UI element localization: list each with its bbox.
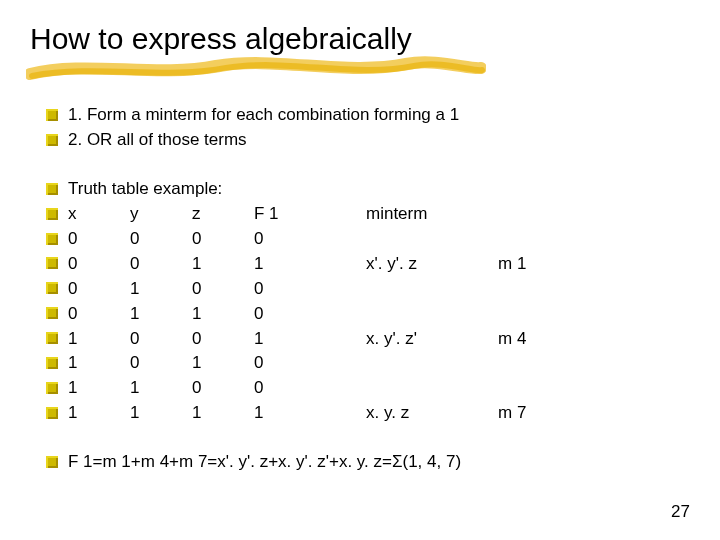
intro-list: 1. Form a minterm for each combination f… — [44, 104, 690, 152]
cell-y: 0 — [130, 253, 192, 276]
cell-z: 0 — [192, 377, 254, 400]
col-y: y — [130, 203, 192, 226]
cell-mt — [366, 377, 498, 400]
slide-title: How to express algebraically — [30, 22, 690, 56]
table-row: 0 1 1 0 — [44, 303, 690, 326]
slide-root: How to express algebraically 1. Form a m… — [0, 0, 720, 540]
cell-mt — [366, 228, 498, 251]
cell-x: 1 — [68, 377, 130, 400]
cell-x: 1 — [68, 328, 130, 351]
cell-f1: 1 — [254, 402, 366, 425]
cell-f1: 1 — [254, 328, 366, 351]
table-row: 0 0 1 1 x'. y'. z m 1 — [44, 253, 690, 276]
truth-table-header: Truth table example: — [44, 178, 690, 201]
cell-z: 1 — [192, 402, 254, 425]
col-f1: F 1 — [254, 203, 366, 226]
cell-z: 0 — [192, 278, 254, 301]
title-underline-decoration — [26, 56, 690, 84]
cell-mi — [498, 377, 568, 400]
table-row: 0 1 0 0 — [44, 278, 690, 301]
cell-y: 0 — [130, 228, 192, 251]
cell-x: 0 — [68, 253, 130, 276]
col-minterm: minterm — [366, 203, 498, 226]
cell-x: 0 — [68, 303, 130, 326]
slide-body: 1. Form a minterm for each combination f… — [30, 104, 690, 474]
cell-z: 1 — [192, 352, 254, 375]
cell-y: 0 — [130, 328, 192, 351]
cell-mt — [366, 278, 498, 301]
cell-mi — [498, 352, 568, 375]
cell-mt — [366, 303, 498, 326]
cell-mi — [498, 303, 568, 326]
cell-f1: 0 — [254, 303, 366, 326]
table-row: 1 1 1 1 x. y. z m 7 — [44, 402, 690, 425]
cell-y: 0 — [130, 352, 192, 375]
table-row: 1 1 0 0 — [44, 377, 690, 400]
cell-mi: m 7 — [498, 402, 568, 425]
cell-f1: 1 — [254, 253, 366, 276]
cell-f1: 0 — [254, 352, 366, 375]
cell-f1: 0 — [254, 278, 366, 301]
cell-f1: 0 — [254, 228, 366, 251]
cell-z: 1 — [192, 253, 254, 276]
table-row: 0 0 0 0 — [44, 228, 690, 251]
cell-x: 1 — [68, 352, 130, 375]
table-row: 1 0 1 0 — [44, 352, 690, 375]
cell-mt — [366, 352, 498, 375]
cell-mi: m 1 — [498, 253, 568, 276]
cell-mi: m 4 — [498, 328, 568, 351]
intro-item-2: 2. OR all of those terms — [44, 129, 690, 152]
cell-y: 1 — [130, 402, 192, 425]
cell-y: 1 — [130, 303, 192, 326]
cell-mi — [498, 228, 568, 251]
col-mi — [498, 203, 568, 226]
cell-x: 1 — [68, 402, 130, 425]
cell-z: 0 — [192, 328, 254, 351]
cell-y: 1 — [130, 377, 192, 400]
truth-table-list: Truth table example: x y z F 1 minterm 0… — [44, 178, 690, 425]
cell-z: 0 — [192, 228, 254, 251]
page-number: 27 — [671, 502, 690, 522]
intro-item-1: 1. Form a minterm for each combination f… — [44, 104, 690, 127]
col-z: z — [192, 203, 254, 226]
cell-mt: x. y. z — [366, 402, 498, 425]
cell-x: 0 — [68, 278, 130, 301]
cell-f1: 0 — [254, 377, 366, 400]
cell-y: 1 — [130, 278, 192, 301]
result-line: F 1=m 1+m 4+m 7=x'. y'. z+x. y'. z'+x. y… — [44, 451, 690, 474]
col-x: x — [68, 203, 130, 226]
table-row: 1 0 0 1 x. y'. z' m 4 — [44, 328, 690, 351]
cell-x: 0 — [68, 228, 130, 251]
cell-z: 1 — [192, 303, 254, 326]
cell-mi — [498, 278, 568, 301]
truth-table-col-headers: x y z F 1 minterm — [44, 203, 690, 226]
result-list: F 1=m 1+m 4+m 7=x'. y'. z+x. y'. z'+x. y… — [44, 451, 690, 474]
cell-mt: x'. y'. z — [366, 253, 498, 276]
cell-mt: x. y'. z' — [366, 328, 498, 351]
